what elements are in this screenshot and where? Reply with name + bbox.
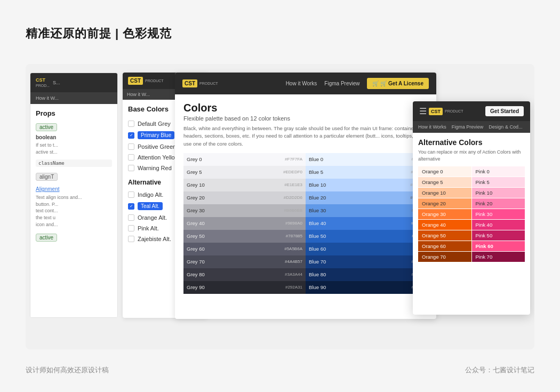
alt-panel-body: Alternative Colors You can replace or mi… [413, 133, 530, 267]
hamburger-icon[interactable]: ☰ [419, 106, 427, 116]
sidebar-brand: CST PRODUCT [128, 77, 164, 85]
props-boolean-desc: If set to t...active st... [36, 142, 112, 155]
sidebar-brand-sub: PRODUCT [145, 79, 164, 83]
get-started-button[interactable]: Get Started [485, 106, 524, 116]
grey-90-swatch: Grey 90 #292A31 [183, 281, 306, 294]
main-brand: CST PRODUCT [182, 79, 218, 87]
cart-icon: 🛒 [372, 81, 379, 86]
checkbox-primary-blue[interactable] [128, 132, 134, 139]
color-name-primary-blue: Primary Blue [138, 131, 174, 139]
alt-swatch-pink-30: Pink 30 [472, 209, 525, 219]
main-colors-panel: CST PRODUCT How it Works Figma Preview 🛒… [175, 73, 436, 319]
blue-10-swatch: Blue 10 #D8E... [306, 179, 428, 191]
alt-swatch-pink-50: Pink 50 [472, 230, 525, 241]
grey-30-swatch: Grey 30 #B6B6BB [183, 204, 306, 217]
alt-swatch-orange-30: Orange 30 [418, 209, 471, 219]
blue-60-swatch: Blue 60 #28... [306, 243, 428, 255]
main-panel-body: Colors Flexible palette based on 12 colo… [175, 94, 436, 301]
alt-swatch-orange-10: Orange 10 [418, 188, 471, 198]
checkbox-warning-red[interactable] [128, 165, 134, 171]
alt-swatch-orange-5: Orange 5 [418, 177, 471, 187]
main-brand-logo: CST [182, 79, 197, 87]
props-classname: className [36, 159, 112, 167]
alt-panel-header: ☰ CST PRODUCT Get Started [413, 101, 530, 121]
checkbox-default-grey[interactable] [128, 121, 134, 127]
alt-swatch-pink-5: Pink 5 [472, 177, 525, 187]
props-align-badge: alignT [36, 173, 58, 181]
grey-20-swatch: Grey 20 #D2D2D6 [183, 191, 306, 204]
checkbox-teal-alt[interactable] [128, 203, 134, 210]
main-panel-nav: How it Works Figma Preview 🛒 🛒 Get A Lic… [286, 78, 429, 89]
alt-brand: ☰ CST PRODUCT [419, 106, 463, 116]
grey-column: Grey 0 #F7F7FA Grey 5 #EDEDF0 Grey 10 #E… [183, 153, 306, 294]
grey-50-swatch: Grey 50 #787885 [183, 230, 306, 243]
colors-description: Black, white and everything in between. … [183, 125, 428, 148]
props-title: Props [36, 109, 112, 117]
alt-swatch-pink-60: Pink 60 [472, 241, 525, 251]
alt-swatch-orange-60: Orange 60 [418, 241, 471, 251]
color-name-teal-alt: Teal Alt. [138, 202, 163, 210]
color-name-indigo-alt: Indigo Alt. [138, 191, 163, 198]
alt-colors-title: Alternative Colors [418, 138, 525, 147]
props-panel-nav: How it W... [30, 92, 117, 104]
props-active-badge-2: active [36, 234, 57, 242]
props-align-desc: Text align icons and...button. P...text … [36, 194, 112, 228]
blue-70-swatch: Blue 70 #220... [306, 255, 428, 268]
blue-20-swatch: Blue 20 #C4B... [306, 191, 428, 204]
colors-subheading: Flexible palette based on 12 color token… [183, 115, 428, 122]
grey-40-swatch: Grey 40 #9898A0 [183, 217, 306, 230]
alt-brand-logo: CST [429, 108, 443, 115]
grey-10-swatch: Grey 10 #E1E1E3 [183, 179, 306, 191]
props-panel-body: Props active boolean If set to t...activ… [30, 104, 117, 318]
checkbox-pink-alt[interactable] [128, 225, 134, 231]
grey-5-swatch: Grey 5 #EDEDF0 [183, 166, 306, 179]
props-alignment-link[interactable]: Alignment [36, 186, 112, 192]
alt-color-grid: Orange 0 Pink 0 Orange 5 Pink 5 Orange 1… [418, 166, 525, 262]
alt-nav-design[interactable]: Design & Cod... [489, 124, 522, 130]
alt-panel-nav: How it Works Figma Preview Design & Cod.… [413, 121, 530, 133]
blue-80-swatch: Blue 80 #184... [306, 268, 428, 281]
nav-how-it-works[interactable]: How it Works [286, 81, 317, 86]
blue-column: Blue 0 #F5F... Blue 5 #EBF... Blue 10 #D… [306, 153, 428, 294]
alt-swatch-pink-40: Pink 40 [472, 220, 525, 230]
grey-0-swatch: Grey 0 #F7F7FA [183, 153, 306, 166]
blue-30-swatch: Blue 30 #600... [306, 204, 428, 217]
get-license-button[interactable]: 🛒 🛒 Get A License [367, 78, 429, 89]
checkbox-indigo-alt[interactable] [128, 191, 134, 198]
alt-nav-figma[interactable]: Figma Preview [452, 124, 484, 130]
props-panel: CSTPROD... S... How it W... Props active… [30, 73, 118, 318]
blue-90-swatch: Blue 90 #133... [306, 281, 428, 294]
page-footer: 设计师如何高效还原设计稿 公众号：七酱设计笔记 [26, 365, 534, 375]
color-name-warning-red: Warning Red [138, 165, 172, 171]
checkbox-zajebiste-alt[interactable] [128, 236, 134, 242]
blue-5-swatch: Blue 5 #EBF... [306, 166, 428, 179]
color-name-pink-alt: Pink Alt. [138, 225, 159, 231]
color-name-zajebiste-alt: Zajebiste Alt. [138, 236, 171, 242]
props-align-section: alignT Alignment Text align icons and...… [36, 171, 112, 245]
alt-swatch-pink-0: Pink 0 [472, 166, 525, 177]
color-swatches: Grey 0 #F7F7FA Grey 5 #EDEDF0 Grey 10 #E… [183, 153, 428, 294]
color-name-default-grey: Default Grey [138, 121, 171, 127]
alt-colors-desc: You can replace or mix any of Action Col… [418, 149, 525, 162]
props-panel-header: CSTPROD... S... [30, 73, 117, 92]
props-boolean-label: boolean [36, 134, 112, 140]
alt-swatch-pink-70: Pink 70 [472, 252, 525, 262]
alt-swatch-orange-40: Orange 40 [418, 220, 471, 230]
props-brand: CSTPROD... [36, 77, 50, 88]
checkbox-positive-green[interactable] [128, 143, 134, 150]
checkbox-attention-yellow[interactable] [128, 154, 134, 161]
footer-left-text: 设计师如何高效还原设计稿 [26, 365, 109, 375]
alt-swatch-orange-20: Orange 20 [418, 198, 471, 209]
nav-figma-preview[interactable]: Figma Preview [324, 81, 359, 86]
get-license-label: 🛒 Get A License [380, 81, 423, 86]
blue-40-swatch: Blue 40 #76A... [306, 217, 428, 230]
content-area: CSTPROD... S... How it W... Props active… [26, 64, 534, 349]
alt-colors-panel: ☰ CST PRODUCT Get Started How it Works F… [413, 101, 530, 315]
grey-80-swatch: Grey 80 #3A3A44 [183, 268, 306, 281]
page-header: 精准还原的前提 | 色彩规范 [26, 26, 172, 42]
main-panel-header: CST PRODUCT How it Works Figma Preview 🛒… [175, 73, 436, 94]
checkbox-orange-alt[interactable] [128, 214, 134, 221]
footer-right-text: 公众号：七酱设计笔记 [465, 365, 534, 375]
alt-nav-how[interactable]: How it Works [418, 124, 446, 130]
color-name-positive-green: Positive Green [138, 143, 176, 150]
